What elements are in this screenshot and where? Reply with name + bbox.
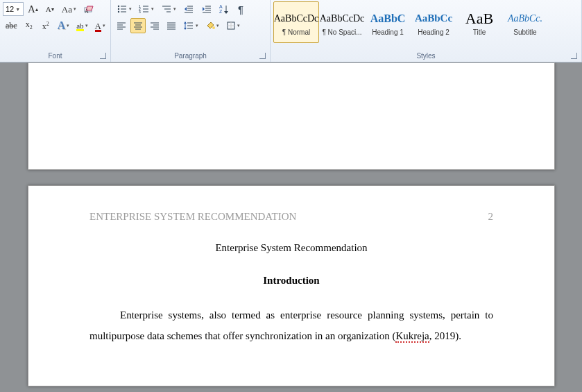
subscript-button[interactable]: x2 bbox=[22, 18, 37, 33]
body-paragraph[interactable]: Enterprise systems, also termed as enter… bbox=[89, 305, 493, 346]
style-label: Title bbox=[473, 28, 486, 36]
line-spacing-button[interactable]: ▾ bbox=[180, 18, 201, 33]
style-preview: AaBbCc. bbox=[508, 9, 542, 28]
svg-point-2 bbox=[118, 6, 119, 7]
document-area[interactable]: ENTERPRISE SYSTEM RECOMMENDATION 2 Enter… bbox=[0, 62, 582, 392]
style-preview: AaBbC bbox=[370, 9, 406, 28]
chevron-down-icon: ▾ bbox=[196, 23, 198, 28]
chevron-down-icon: ▾ bbox=[173, 6, 176, 12]
style-normal[interactable]: AaBbCcDc ¶ Normal bbox=[273, 1, 319, 43]
font-size-input[interactable]: 12 ▼ bbox=[3, 2, 24, 16]
svg-marker-21 bbox=[185, 7, 187, 11]
highlight-button[interactable]: ab ▾ bbox=[74, 18, 90, 33]
style-title[interactable]: AaB Title bbox=[456, 1, 502, 43]
text-effects-icon: A bbox=[58, 19, 66, 32]
spellcheck-word[interactable]: Kukreja bbox=[395, 330, 429, 343]
document-title[interactable]: Enterprise System Recommendation bbox=[89, 242, 493, 254]
styles-group: AaBbCcDc ¶ Normal AaBbCcDc ¶ No Spaci...… bbox=[271, 0, 582, 62]
svg-point-4 bbox=[118, 8, 119, 10]
svg-point-6 bbox=[118, 11, 119, 12]
style-label: Heading 2 bbox=[418, 28, 450, 36]
justify-icon bbox=[166, 21, 176, 31]
justify-button[interactable] bbox=[164, 18, 179, 33]
shrink-font-icon: A bbox=[46, 6, 51, 13]
chevron-down-icon: ▾ bbox=[237, 23, 240, 28]
paragraph-group: ▾ 123 ▾ ▾ AZ bbox=[111, 0, 271, 62]
increase-indent-icon bbox=[201, 4, 212, 14]
shading-button[interactable]: ▾ bbox=[203, 18, 222, 33]
svg-marker-52 bbox=[184, 28, 187, 30]
paint-bucket-icon bbox=[205, 21, 215, 31]
show-marks-button[interactable]: ¶ bbox=[233, 1, 248, 17]
grow-font-icon: A bbox=[28, 4, 35, 15]
ribbon: 12 ▼ A ▴ A ▾ Aa ▾ bbox=[0, 0, 582, 62]
chevron-down-icon: ▾ bbox=[67, 23, 69, 28]
clear-formatting-button[interactable]: A bbox=[80, 1, 97, 17]
styles-gallery[interactable]: AaBbCcDc ¶ Normal AaBbCcDc ¶ No Spaci...… bbox=[273, 1, 548, 43]
grow-font-button[interactable]: A ▴ bbox=[25, 1, 41, 17]
page-number: 2 bbox=[488, 211, 494, 223]
section-heading[interactable]: Introduction bbox=[89, 275, 493, 287]
style-label: Subtitle bbox=[513, 28, 536, 36]
numbering-button[interactable]: 123 ▾ bbox=[136, 1, 157, 17]
align-left-icon bbox=[117, 21, 126, 31]
page-header: ENTERPRISE SYSTEM RECOMMENDATION 2 bbox=[89, 211, 493, 223]
style-no-spacing[interactable]: AaBbCcDc ¶ No Spaci... bbox=[319, 1, 365, 43]
svg-text:A: A bbox=[219, 4, 223, 9]
style-preview: AaB bbox=[465, 9, 493, 28]
eraser-icon: A bbox=[83, 3, 94, 15]
bullets-icon bbox=[117, 4, 128, 14]
borders-icon bbox=[226, 21, 236, 31]
style-heading-2[interactable]: AaBbCc Heading 2 bbox=[411, 1, 456, 43]
svg-marker-26 bbox=[203, 7, 205, 11]
multilevel-list-button[interactable]: ▾ bbox=[158, 1, 179, 17]
pilcrow-icon: ¶ bbox=[238, 3, 243, 15]
decrease-indent-button[interactable] bbox=[180, 1, 197, 17]
superscript-icon: x2 bbox=[42, 22, 49, 31]
font-group-label: Font bbox=[3, 51, 108, 62]
font-group: 12 ▼ A ▴ A ▾ Aa ▾ bbox=[0, 0, 111, 62]
chevron-down-icon: ▾ bbox=[216, 23, 219, 28]
style-label: ¶ Normal bbox=[282, 28, 310, 36]
change-case-icon: Aa bbox=[62, 5, 72, 14]
sort-icon: AZ bbox=[219, 4, 229, 14]
increase-indent-button[interactable] bbox=[198, 1, 215, 17]
superscript-button[interactable]: x2 bbox=[38, 18, 53, 33]
style-label: ¶ No Spaci... bbox=[322, 28, 361, 36]
style-subtitle[interactable]: AaBbCc. Subtitle bbox=[502, 1, 548, 43]
svg-point-53 bbox=[212, 26, 215, 29]
page-2[interactable]: ENTERPRISE SYSTEM RECOMMENDATION 2 Enter… bbox=[28, 185, 555, 386]
strikethrough-button[interactable]: abc bbox=[3, 18, 20, 33]
styles-group-label: Styles bbox=[273, 51, 579, 62]
chevron-down-icon: ▾ bbox=[151, 6, 154, 12]
font-color-icon: A bbox=[95, 22, 101, 31]
shrink-font-button[interactable]: A ▾ bbox=[42, 1, 58, 17]
align-center-button[interactable] bbox=[130, 18, 146, 33]
text-effects-button[interactable]: A ▾ bbox=[55, 18, 73, 33]
strikethrough-icon: abc bbox=[6, 22, 17, 30]
font-color-button[interactable]: A ▾ bbox=[92, 18, 108, 33]
svg-text:A: A bbox=[85, 8, 89, 15]
align-left-button[interactable] bbox=[114, 18, 129, 33]
page-1[interactable] bbox=[28, 62, 555, 170]
running-head: ENTERPRISE SYSTEM RECOMMENDATION bbox=[89, 211, 296, 223]
align-center-icon bbox=[133, 21, 143, 31]
change-case-button[interactable]: Aa ▾ bbox=[59, 1, 79, 17]
paragraph-group-label: Paragraph bbox=[114, 51, 267, 62]
numbering-icon: 123 bbox=[139, 4, 150, 14]
align-right-button[interactable] bbox=[147, 18, 162, 33]
chevron-down-icon: ▾ bbox=[129, 6, 132, 12]
sort-button[interactable]: AZ bbox=[216, 1, 232, 17]
svg-marker-51 bbox=[184, 22, 187, 24]
style-heading-1[interactable]: AaBbC Heading 1 bbox=[365, 1, 411, 43]
chevron-down-icon: ▼ bbox=[15, 7, 20, 12]
bullets-button[interactable]: ▾ bbox=[114, 1, 135, 17]
style-label: Heading 1 bbox=[372, 28, 404, 36]
subscript-icon: x2 bbox=[26, 20, 33, 31]
borders-button[interactable]: ▾ bbox=[223, 18, 243, 33]
align-right-icon bbox=[150, 21, 160, 31]
chevron-down-icon: ▾ bbox=[85, 23, 88, 28]
multilevel-icon bbox=[161, 4, 172, 14]
body-text-post: , 2019). bbox=[429, 330, 461, 341]
decrease-indent-icon bbox=[183, 4, 194, 14]
